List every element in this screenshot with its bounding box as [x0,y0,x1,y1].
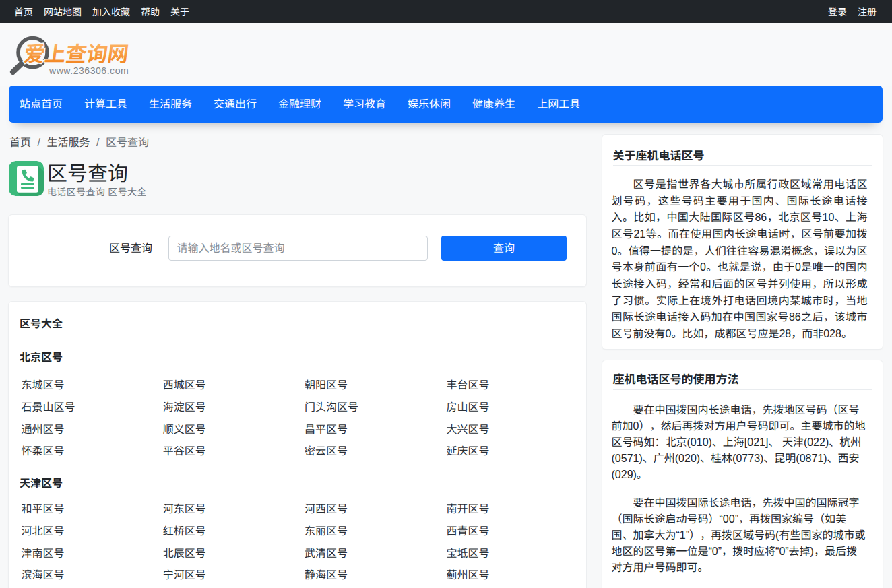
svg-text:爱上查询网: 爱上查询网 [22,38,131,68]
